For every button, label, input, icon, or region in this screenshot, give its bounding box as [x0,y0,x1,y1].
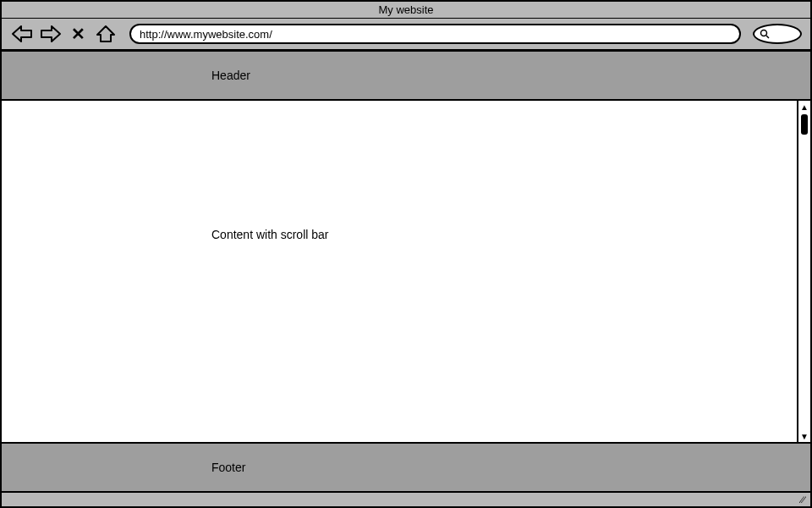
arrow-left-icon [11,25,33,43]
browser-window: My website ✕ He [0,0,812,508]
status-bar: ⫽ [2,493,810,506]
svg-point-0 [761,30,767,36]
scroll-up-button[interactable]: ▲ [798,101,810,113]
arrow-right-icon [40,25,62,43]
content-wrapper: Content with scroll bar ▲ ▼ [2,101,810,444]
scroll-thumb[interactable] [801,114,808,135]
search-box[interactable] [753,24,802,44]
url-input[interactable] [129,24,741,44]
forward-button[interactable] [39,24,63,44]
page-header: Header [2,52,810,101]
page-content: Content with scroll bar [2,101,797,442]
home-icon [95,25,117,43]
home-button[interactable] [94,24,118,44]
header-label: Header [211,69,250,82]
content-label: Content with scroll bar [211,228,329,241]
x-icon: ✕ [71,25,85,43]
footer-label: Footer [211,461,245,474]
window-title: My website [2,2,810,19]
stop-button[interactable]: ✕ [68,24,89,44]
page-footer: Footer [2,444,810,493]
back-button[interactable] [10,24,34,44]
triangle-down-icon: ▼ [800,432,809,441]
page-area: Header Content with scroll bar ▲ ▼ Foote… [2,51,810,506]
resize-grip-icon[interactable]: ⫽ [797,494,805,505]
scroll-down-button[interactable]: ▼ [798,430,810,442]
svg-line-1 [766,36,769,38]
triangle-up-icon: ▲ [800,102,809,112]
browser-toolbar: ✕ [2,19,810,51]
search-icon [760,29,770,39]
vertical-scrollbar[interactable]: ▲ ▼ [797,101,810,442]
